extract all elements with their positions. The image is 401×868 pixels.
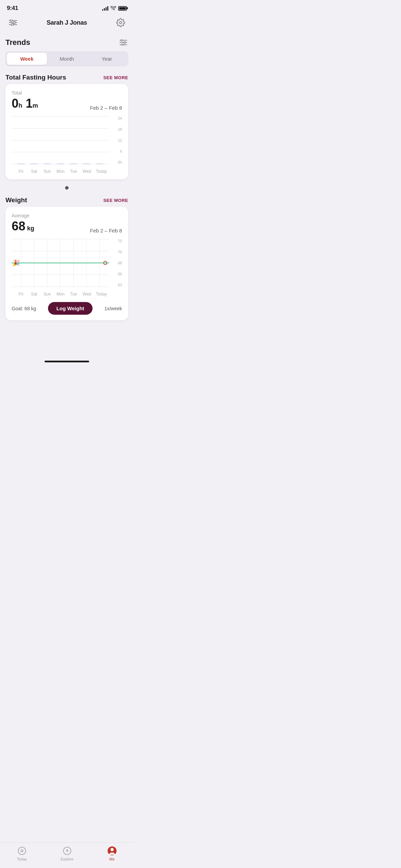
bar-fri — [17, 116, 25, 164]
scroll-indicator — [5, 186, 128, 190]
tab-month[interactable]: Month — [47, 53, 87, 65]
fasting-value-row: 0h 1m Feb 2 – Feb 8 — [12, 96, 122, 111]
fasting-chart-bars — [12, 116, 109, 164]
weight-card-footer: Goal: 68 kg Log Weight 1x/week — [12, 301, 122, 315]
battery-icon — [118, 6, 127, 11]
status-icons — [102, 6, 127, 11]
fasting-card: Total 0h 1m Feb 2 – Feb 8 — [5, 84, 128, 179]
svg-point-12 — [122, 44, 124, 46]
time-period-tabs: Week Month Year — [5, 51, 128, 66]
weight-value-row: 68 kg Feb 2 – Feb 8 — [12, 219, 122, 233]
fasting-label: Total — [12, 90, 122, 96]
weight-x-labels: Fri Sat Sun Mon Tue Wed Today — [12, 290, 109, 297]
weight-card: Average 68 kg Feb 2 – Feb 8 — [5, 207, 128, 320]
bar-today — [96, 116, 104, 164]
gear-icon — [116, 18, 125, 27]
bar-mon — [57, 116, 64, 164]
bar-sun — [44, 116, 51, 164]
settings-button[interactable] — [114, 16, 127, 29]
fasting-section-header: Total Fasting Hours SEE MORE — [5, 74, 128, 81]
sliders-icon — [9, 20, 17, 26]
weight-title: Weight — [5, 196, 27, 204]
weight-section-header: Weight SEE MORE — [5, 196, 128, 204]
weight-goal-label: Goal: 68 kg — [12, 306, 36, 311]
trends-title: Trends — [5, 38, 30, 47]
weight-see-more[interactable]: SEE MORE — [103, 198, 128, 203]
svg-point-10 — [124, 42, 126, 44]
fasting-date-range: Feb 2 – Feb 8 — [90, 105, 122, 111]
svg-point-1 — [10, 20, 12, 22]
tab-week[interactable]: Week — [7, 53, 47, 65]
fasting-x-labels: Fri Sat Sun Mon Tue Wed Today — [12, 167, 109, 174]
svg-point-6 — [120, 22, 122, 24]
bar-tue — [70, 116, 77, 164]
party-emoji: 🎉 — [12, 260, 20, 266]
bar-sat — [30, 116, 38, 164]
weight-chart: 🎉 73 70 68 66 63 — [12, 239, 122, 287]
fasting-title: Total Fasting Hours — [5, 74, 66, 81]
weight-line-svg — [12, 239, 109, 287]
svg-point-3 — [13, 22, 15, 24]
trends-section-header: Trends — [5, 34, 128, 51]
trends-filter-button[interactable] — [119, 38, 128, 47]
weight-date-range: Feb 2 – Feb 8 — [90, 228, 122, 233]
weight-label: Average — [12, 213, 122, 218]
main-content: Trends Week Month Year Total Fasting Hou… — [0, 34, 134, 358]
log-weight-button[interactable]: Log Weight — [48, 302, 92, 315]
tab-year[interactable]: Year — [87, 53, 127, 65]
fasting-y-labels: 24 18 12 6 0h — [110, 116, 122, 164]
wifi-icon — [110, 6, 116, 11]
weight-value: 68 kg — [12, 219, 34, 233]
fasting-chart: 24 18 12 6 0h — [12, 116, 122, 164]
fasting-value: 0h 1m — [12, 96, 38, 111]
scroll-dot — [65, 186, 69, 190]
svg-point-8 — [121, 39, 123, 41]
status-time: 9:41 — [7, 5, 18, 12]
status-bar: 9:41 — [0, 0, 134, 14]
filter-sliders-icon — [120, 39, 127, 46]
home-indicator — [45, 361, 89, 362]
header-title: Sarah J Jonas — [47, 19, 87, 26]
app-header: Sarah J Jonas — [0, 14, 134, 34]
weight-y-labels: 73 70 68 66 63 — [110, 239, 122, 287]
fasting-see-more[interactable]: SEE MORE — [103, 75, 128, 80]
bar-wed — [83, 116, 90, 164]
svg-point-5 — [11, 24, 13, 26]
signal-icon — [102, 6, 108, 11]
filters-button[interactable] — [7, 16, 19, 29]
weight-frequency: 1x/week — [105, 306, 122, 311]
